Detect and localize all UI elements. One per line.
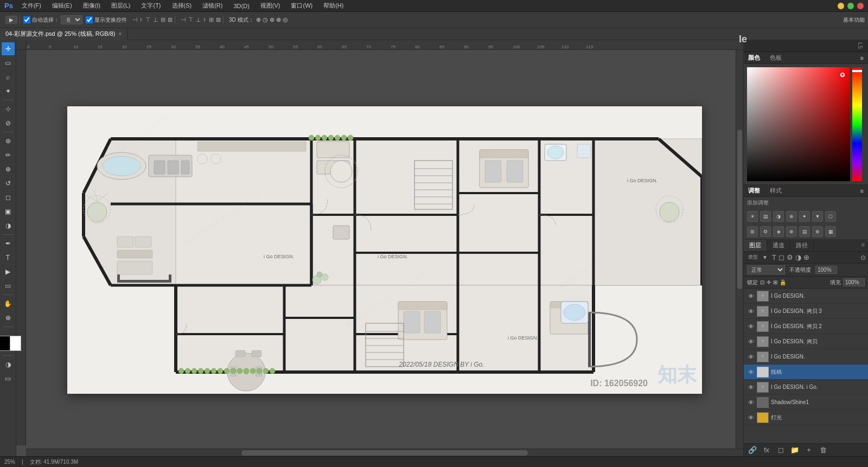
gradient-tool[interactable]: ▣ — [2, 205, 15, 218]
align-icon-6[interactable]: ⊠ — [168, 16, 173, 23]
spot-heal-tool[interactable]: ⊛ — [2, 135, 15, 148]
layers-group-btn[interactable]: 📁 — [789, 446, 800, 454]
text-tool[interactable]: T — [2, 251, 15, 264]
menu-help[interactable]: 帮助(H) — [321, 1, 346, 11]
minimize-button[interactable] — [838, 3, 844, 9]
menu-image[interactable]: 图像(I) — [81, 1, 103, 11]
layer-eye-6[interactable]: 👁 — [747, 384, 755, 391]
layers-delete-btn[interactable]: 🗑 — [818, 446, 828, 454]
lasso-tool[interactable]: ⌕ — [2, 71, 15, 84]
horizontal-scroll-thumb[interactable] — [241, 450, 528, 456]
adj-color-lookup[interactable]: ⊕ — [786, 226, 797, 237]
layer-eye-2[interactable]: 👁 — [747, 323, 755, 330]
layers-mask-btn[interactable]: ◻ — [775, 446, 786, 454]
lock-all[interactable]: 🔒 — [780, 279, 786, 285]
align-icon-3[interactable]: ⊤ — [145, 16, 151, 23]
menu-filter[interactable]: 滤镜(R) — [200, 1, 225, 11]
align-icon-4[interactable]: ⊥ — [153, 16, 158, 23]
dist-icon-5[interactable]: ⊞ — [209, 16, 214, 23]
layer-eye-3[interactable]: 👁 — [747, 338, 755, 345]
layers-tab-channels[interactable]: 通道 — [767, 240, 790, 251]
shape-tool[interactable]: ▭ — [2, 279, 15, 292]
filter-type-dropdown[interactable]: ▼ — [762, 254, 768, 260]
layer-eye-5[interactable]: 👁 — [747, 369, 755, 375]
zoom-tool[interactable]: ⊕ — [2, 311, 15, 324]
auto-select-dropdown[interactable]: 组 图层 — [61, 15, 82, 24]
adj-poster[interactable]: ⊕ — [812, 226, 823, 237]
adj-brightness[interactable]: ☀ — [747, 211, 758, 222]
lock-pixels[interactable]: ⊡ — [760, 279, 764, 285]
eyedropper-tool[interactable]: ⊘ — [2, 117, 15, 130]
pen-tool[interactable]: ✒ — [2, 237, 15, 250]
adj-vibrance[interactable]: ✦ — [799, 211, 810, 222]
adj-exposure[interactable]: ⊕ — [786, 211, 797, 222]
close-button[interactable] — [857, 3, 864, 9]
horizontal-scrollbar[interactable] — [26, 449, 743, 456]
lock-artboard[interactable]: ⊞ — [773, 279, 777, 285]
adj-hsl[interactable]: ▼ — [812, 211, 823, 222]
swatch-tab[interactable]: 色板 — [770, 54, 782, 62]
adj-levels[interactable]: ▤ — [760, 211, 771, 222]
move-tool[interactable]: ✛ — [2, 42, 15, 55]
foreground-color[interactable] — [0, 336, 10, 351]
layer-item-3[interactable]: 👁 T I Go DESIGN. 拷贝 — [744, 334, 868, 349]
doc-tab-active[interactable]: 04-彩屏源文件.psd @ 25% (线稿, RGB/8) × — [0, 28, 127, 40]
menu-3d[interactable]: 3D(D) — [231, 2, 251, 10]
layers-tab-paths[interactable]: 路径 — [790, 240, 814, 251]
menu-view[interactable]: 视图(V) — [258, 1, 283, 11]
blend-mode-select[interactable]: 正常 溶解 正片叠底 — [747, 265, 785, 274]
history-brush-tool[interactable]: ↺ — [2, 177, 15, 190]
layer-item-0[interactable]: 👁 T I Go DESIGN. — [744, 289, 868, 304]
align-icon-1[interactable]: ⊣ — [132, 16, 138, 23]
dist-icon-1[interactable]: ⊣ — [181, 16, 186, 23]
adj-curves[interactable]: ◑ — [773, 211, 784, 222]
layer-eye-8[interactable]: 👁 — [747, 414, 755, 421]
layer-item-7[interactable]: 👁 Shadow/Shine1 — [744, 395, 868, 410]
burn-tool[interactable]: ◑ — [2, 219, 15, 232]
color-spectrum-main[interactable] — [747, 67, 850, 181]
menu-edit[interactable]: 编辑(E) — [50, 1, 74, 11]
menu-window[interactable]: 窗口(W) — [289, 1, 315, 11]
adj-colorbal[interactable]: ⬡ — [825, 211, 836, 222]
menu-select[interactable]: 选择(S) — [170, 1, 194, 11]
layers-link-btn[interactable]: 🔗 — [747, 446, 758, 454]
fill-input[interactable] — [843, 278, 865, 286]
layer-item-1[interactable]: 👁 T I Go DESIGN. 拷贝 3 — [744, 304, 868, 319]
filter-icon-2[interactable]: ◻ — [778, 253, 784, 261]
filter-icon-3[interactable]: ⚙ — [787, 253, 793, 261]
opacity-input[interactable] — [815, 266, 837, 274]
filter-icon-5[interactable]: ⊕ — [803, 253, 809, 261]
vertical-scroll-thumb[interactable] — [737, 130, 742, 289]
show-transform-checkbox[interactable] — [86, 16, 93, 23]
dist-icon-6[interactable]: ⊠ — [216, 16, 221, 23]
color-panel-menu[interactable]: ≡ — [860, 55, 864, 61]
layer-item-4[interactable]: 👁 T I Go DESIGN. — [744, 349, 868, 364]
layer-eye-0[interactable]: 👁 — [747, 293, 755, 299]
layer-item-2[interactable]: 👁 T I Go DESIGN. 拷贝 2 — [744, 319, 868, 334]
hue-slider[interactable] — [852, 67, 862, 181]
layer-eye-7[interactable]: 👁 — [747, 399, 755, 406]
layer-eye-4[interactable]: 👁 — [747, 354, 755, 360]
layers-tab-layers[interactable]: 图层 — [744, 240, 767, 251]
eraser-tool[interactable]: ◻ — [2, 191, 15, 204]
auto-select-checkbox[interactable] — [23, 16, 30, 23]
adj-bw[interactable]: ⊞ — [747, 226, 758, 237]
dist-icon-3[interactable]: ⊥ — [196, 16, 201, 23]
layers-panel-menu[interactable]: ≡ — [858, 240, 868, 251]
vertical-scrollbar[interactable] — [736, 50, 743, 449]
color-tab[interactable]: 颜色 — [748, 54, 760, 62]
layers-add-btn[interactable]: + — [803, 446, 814, 454]
filter-icon-1[interactable]: T — [772, 253, 776, 261]
adj-invert[interactable]: ▤ — [799, 226, 810, 237]
layer-item-5[interactable]: 👁 线稿 — [744, 364, 868, 380]
magic-wand-tool[interactable]: ✦ — [2, 85, 15, 98]
canvas-area[interactable]: 0 5 10 15 20 25 30 35 40 45 50 55 60 65 … — [16, 40, 743, 456]
adjustments-menu[interactable]: ≡ — [860, 188, 864, 194]
dist-icon-2[interactable]: ⊤ — [188, 16, 194, 23]
toolbar-arrow-btn[interactable]: ▶ — [5, 16, 17, 24]
layer-item-8[interactable]: 👁 灯光 — [744, 410, 868, 425]
quick-mask-tool[interactable]: ◑ — [2, 358, 15, 371]
crop-tool[interactable]: ⊹ — [2, 103, 15, 116]
dist-icon-4[interactable]: ⊦ — [203, 16, 207, 23]
lock-position[interactable]: ✛ — [767, 279, 771, 285]
